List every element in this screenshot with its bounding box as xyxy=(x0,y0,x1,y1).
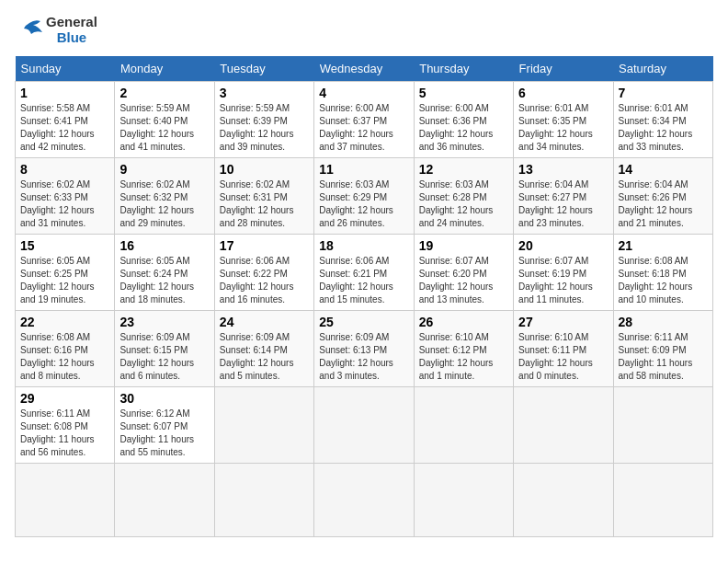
day-info: Sunrise: 6:09 AM Sunset: 6:15 PM Dayligh… xyxy=(119,331,209,383)
day-number: 14 xyxy=(619,162,708,177)
day-info: Sunrise: 6:08 AM Sunset: 6:16 PM Dayligh… xyxy=(20,331,109,383)
day-number: 24 xyxy=(220,315,309,329)
calendar-row: 22 Sunrise: 6:08 AM Sunset: 6:16 PM Dayl… xyxy=(16,311,713,387)
empty-cell xyxy=(115,464,214,537)
day-number: 11 xyxy=(319,162,408,177)
day-number: 28 xyxy=(619,315,708,329)
empty-cell xyxy=(613,387,712,464)
day-info: Sunrise: 6:06 AM Sunset: 6:21 PM Dayligh… xyxy=(319,255,408,306)
day-info: Sunrise: 6:09 AM Sunset: 6:14 PM Dayligh… xyxy=(220,331,309,383)
day-number: 7 xyxy=(619,86,708,100)
day-info: Sunrise: 6:11 AM Sunset: 6:08 PM Dayligh… xyxy=(20,408,109,459)
day-info: Sunrise: 6:03 AM Sunset: 6:29 PM Dayligh… xyxy=(319,178,408,230)
day-cell: 29 Sunrise: 6:11 AM Sunset: 6:08 PM Dayl… xyxy=(16,387,115,464)
day-cell: 24 Sunrise: 6:09 AM Sunset: 6:14 PM Dayl… xyxy=(214,311,313,387)
day-number: 15 xyxy=(20,238,109,253)
day-number: 6 xyxy=(518,86,608,100)
day-number: 2 xyxy=(119,86,209,100)
day-number: 3 xyxy=(220,86,309,100)
day-cell: 27 Sunrise: 6:10 AM Sunset: 6:11 PM Dayl… xyxy=(514,311,613,387)
day-cell: 16 Sunrise: 6:05 AM Sunset: 6:24 PM Dayl… xyxy=(115,235,214,311)
day-number: 10 xyxy=(220,162,309,177)
day-number: 9 xyxy=(119,162,209,177)
empty-cell xyxy=(16,464,115,537)
calendar-row xyxy=(16,464,713,537)
col-saturday: Saturday xyxy=(613,56,712,82)
empty-cell xyxy=(314,464,414,537)
col-sunday: Sunday xyxy=(16,56,115,82)
empty-cell xyxy=(514,387,613,464)
day-cell: 8 Sunrise: 6:02 AM Sunset: 6:33 PM Dayli… xyxy=(16,158,115,235)
logo-blue: Blue xyxy=(46,30,97,46)
calendar-row: 15 Sunrise: 6:05 AM Sunset: 6:25 PM Dayl… xyxy=(16,235,713,311)
col-thursday: Thursday xyxy=(414,56,513,82)
empty-cell xyxy=(414,387,513,464)
day-cell: 7 Sunrise: 6:01 AM Sunset: 6:34 PM Dayli… xyxy=(613,82,712,158)
calendar-row: 1 Sunrise: 5:58 AM Sunset: 6:41 PM Dayli… xyxy=(16,82,713,158)
day-number: 13 xyxy=(518,162,608,177)
day-info: Sunrise: 6:04 AM Sunset: 6:27 PM Dayligh… xyxy=(518,178,608,230)
day-info: Sunrise: 5:59 AM Sunset: 6:39 PM Dayligh… xyxy=(220,102,309,154)
day-cell: 26 Sunrise: 6:10 AM Sunset: 6:12 PM Dayl… xyxy=(414,311,513,387)
day-cell: 3 Sunrise: 5:59 AM Sunset: 6:39 PM Dayli… xyxy=(214,82,313,158)
calendar-row: 8 Sunrise: 6:02 AM Sunset: 6:33 PM Dayli… xyxy=(16,158,713,235)
logo: General Blue xyxy=(15,15,97,45)
day-number: 17 xyxy=(220,238,309,253)
day-cell: 2 Sunrise: 5:59 AM Sunset: 6:40 PM Dayli… xyxy=(115,82,214,158)
day-info: Sunrise: 6:10 AM Sunset: 6:11 PM Dayligh… xyxy=(518,331,608,383)
col-friday: Friday xyxy=(514,56,613,82)
day-number: 5 xyxy=(419,86,508,100)
day-info: Sunrise: 6:06 AM Sunset: 6:22 PM Dayligh… xyxy=(220,255,309,306)
day-cell: 13 Sunrise: 6:04 AM Sunset: 6:27 PM Dayl… xyxy=(514,158,613,235)
day-cell: 1 Sunrise: 5:58 AM Sunset: 6:41 PM Dayli… xyxy=(16,82,115,158)
day-info: Sunrise: 6:07 AM Sunset: 6:19 PM Dayligh… xyxy=(518,255,608,306)
day-number: 23 xyxy=(119,315,209,329)
day-info: Sunrise: 6:03 AM Sunset: 6:28 PM Dayligh… xyxy=(419,178,508,230)
calendar-table: Sunday Monday Tuesday Wednesday Thursday… xyxy=(15,56,713,537)
day-info: Sunrise: 6:01 AM Sunset: 6:35 PM Dayligh… xyxy=(518,102,608,154)
day-number: 12 xyxy=(419,162,508,177)
day-cell: 12 Sunrise: 6:03 AM Sunset: 6:28 PM Dayl… xyxy=(414,158,513,235)
day-info: Sunrise: 6:08 AM Sunset: 6:18 PM Dayligh… xyxy=(619,255,708,306)
day-info: Sunrise: 6:01 AM Sunset: 6:34 PM Dayligh… xyxy=(619,102,708,154)
day-info: Sunrise: 6:10 AM Sunset: 6:12 PM Dayligh… xyxy=(419,331,508,383)
day-number: 27 xyxy=(518,315,608,329)
day-cell: 14 Sunrise: 6:04 AM Sunset: 6:26 PM Dayl… xyxy=(613,158,712,235)
day-info: Sunrise: 6:09 AM Sunset: 6:13 PM Dayligh… xyxy=(319,331,408,383)
day-cell: 19 Sunrise: 6:07 AM Sunset: 6:20 PM Dayl… xyxy=(414,235,513,311)
logo-general: General xyxy=(46,15,97,30)
day-cell: 4 Sunrise: 6:00 AM Sunset: 6:37 PM Dayli… xyxy=(314,82,414,158)
day-cell: 11 Sunrise: 6:03 AM Sunset: 6:29 PM Dayl… xyxy=(314,158,414,235)
day-info: Sunrise: 5:59 AM Sunset: 6:40 PM Dayligh… xyxy=(119,102,209,154)
logo-container: General Blue xyxy=(15,15,97,45)
day-info: Sunrise: 6:00 AM Sunset: 6:37 PM Dayligh… xyxy=(319,102,408,154)
day-cell: 10 Sunrise: 6:02 AM Sunset: 6:31 PM Dayl… xyxy=(214,158,313,235)
day-info: Sunrise: 6:02 AM Sunset: 6:32 PM Dayligh… xyxy=(119,178,209,230)
day-info: Sunrise: 6:12 AM Sunset: 6:07 PM Dayligh… xyxy=(119,408,209,459)
col-monday: Monday xyxy=(115,56,214,82)
day-cell: 17 Sunrise: 6:06 AM Sunset: 6:22 PM Dayl… xyxy=(214,235,313,311)
day-number: 1 xyxy=(20,86,109,100)
day-number: 8 xyxy=(20,162,109,177)
day-cell: 21 Sunrise: 6:08 AM Sunset: 6:18 PM Dayl… xyxy=(613,235,712,311)
day-cell: 6 Sunrise: 6:01 AM Sunset: 6:35 PM Dayli… xyxy=(514,82,613,158)
day-info: Sunrise: 6:04 AM Sunset: 6:26 PM Dayligh… xyxy=(619,178,708,230)
day-number: 19 xyxy=(419,238,508,253)
day-info: Sunrise: 6:00 AM Sunset: 6:36 PM Dayligh… xyxy=(419,102,508,154)
col-tuesday: Tuesday xyxy=(214,56,313,82)
empty-cell xyxy=(214,387,313,464)
calendar-row: 29 Sunrise: 6:11 AM Sunset: 6:08 PM Dayl… xyxy=(16,387,713,464)
day-number: 25 xyxy=(319,315,408,329)
empty-cell xyxy=(414,464,513,537)
day-number: 18 xyxy=(319,238,408,253)
page-header: General Blue xyxy=(15,15,713,45)
day-number: 26 xyxy=(419,315,508,329)
header-row: Sunday Monday Tuesday Wednesday Thursday… xyxy=(16,56,713,82)
day-cell: 20 Sunrise: 6:07 AM Sunset: 6:19 PM Dayl… xyxy=(514,235,613,311)
day-info: Sunrise: 6:02 AM Sunset: 6:31 PM Dayligh… xyxy=(220,178,309,230)
empty-cell xyxy=(514,464,613,537)
day-cell: 28 Sunrise: 6:11 AM Sunset: 6:09 PM Dayl… xyxy=(613,311,712,387)
empty-cell xyxy=(613,464,712,537)
day-number: 29 xyxy=(20,391,109,406)
day-number: 21 xyxy=(619,238,708,253)
